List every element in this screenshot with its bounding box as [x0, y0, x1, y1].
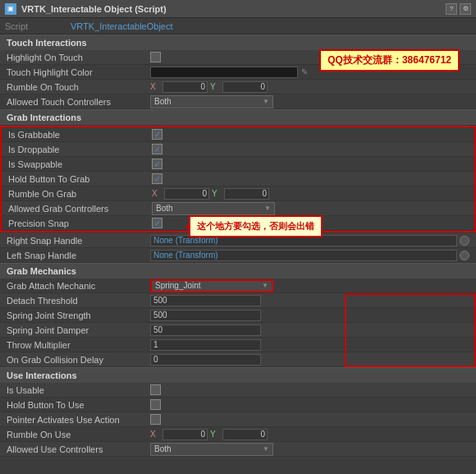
throw-multiplier-label: Throw Multiplier [7, 340, 150, 350]
highlight-on-touch-checkbox[interactable] [150, 52, 161, 62]
is-swappable-checkbox[interactable] [152, 159, 162, 169]
spring-joint-strength-input[interactable] [150, 310, 261, 321]
rumble-on-grab-row: Rumble On Grab X Y [2, 186, 474, 201]
rumble-on-touch-label: Rumble On Touch [7, 82, 150, 92]
throw-multiplier-input[interactable] [150, 339, 261, 351]
pencil-icon[interactable]: ✎ [301, 67, 308, 76]
rumble-use-x-input[interactable] [162, 429, 208, 440]
qq-tooltip: QQ技术交流群：386476712 [319, 49, 460, 71]
allowed-touch-controllers-value: Both [154, 97, 172, 106]
is-droppable-checkbox[interactable] [152, 144, 162, 154]
title-bar: ▣ VRTK_Interactable Object (Script) ? ⚙ [0, 0, 476, 18]
allowed-use-controllers-row: Allowed Use Controllers Both ▼ [0, 442, 476, 457]
rumble-grab-x-label: X [152, 189, 162, 198]
is-swappable-row: Is Swappable [2, 157, 474, 172]
is-grabbable-label: Is Grabbable [8, 130, 152, 140]
throw-multiplier-row: Throw Multiplier [0, 338, 476, 352]
dropdown-arrow: ▼ [263, 98, 269, 105]
right-snap-handle-label: Right Snap Handle [7, 236, 150, 246]
unity-inspector-window: ▣ VRTK_Interactable Object (Script) ? ⚙ … [0, 0, 476, 474]
touch-highlight-color-label: Touch Highlight Color [7, 67, 150, 77]
is-usable-row: Is Usable [0, 383, 476, 398]
allowed-grab-controllers-row: Allowed Grab Controllers Both ▼ [2, 201, 474, 216]
allowed-use-value: Both [154, 444, 172, 453]
rumble-grab-x-input[interactable] [164, 188, 209, 200]
rumble-touch-x-label: X [150, 82, 160, 91]
rumble-use-x-label: X [150, 430, 160, 439]
rumble-use-y-label: Y [210, 430, 220, 439]
allowed-touch-controllers-dropdown[interactable]: Both ▼ [150, 95, 273, 108]
spring-joint-damper-row: Spring Joint Damper [0, 323, 476, 338]
is-grabbable-checkbox[interactable] [152, 129, 162, 140]
detach-threshold-input[interactable] [150, 295, 261, 306]
touch-highlight-color-field[interactable] [150, 67, 298, 78]
left-snap-handle-input[interactable]: None (Transform) [150, 250, 457, 261]
allowed-use-controllers-dropdown[interactable]: Both ▼ [150, 443, 273, 456]
grab-interactions-header: Grab Interactions [0, 109, 476, 125]
is-swappable-label: Is Swappable [8, 159, 152, 169]
right-snap-handle-dot[interactable] [460, 236, 469, 246]
mechanics-values-group: Detach Threshold Spring Joint Strength S… [0, 293, 476, 367]
is-grabbable-row: Is Grabbable [2, 127, 474, 142]
rumble-on-use-label: Rumble On Use [7, 430, 150, 439]
script-row: Script VRTK_InteractableObject [0, 18, 476, 35]
on-grab-collision-label: On Grab Collision Delay [7, 355, 150, 365]
spring-joint-strength-label: Spring Joint Strength [7, 311, 150, 320]
script-value: VRTK_InteractableObject [71, 21, 173, 31]
allowed-touch-controllers-row: Allowed Touch Controllers Both ▼ [0, 94, 476, 109]
hold-button-use-checkbox[interactable] [150, 399, 161, 410]
left-snap-handle-dot[interactable] [460, 251, 469, 260]
grab-attach-mechanic-label: Grab Attach Mechanic [7, 281, 150, 291]
hold-button-grab-row: Hold Button To Grab [2, 172, 474, 186]
hold-button-use-row: Hold Button To Use [0, 398, 476, 412]
script-label: Script [5, 21, 71, 31]
hold-button-grab-label: Hold Button To Grab [8, 174, 152, 184]
use-interactions-header: Use Interactions [0, 367, 476, 383]
mechanic-dropdown-arrow: ▼ [262, 282, 268, 289]
on-grab-collision-input[interactable] [150, 354, 261, 366]
grab-attach-value: Spring_Joint [155, 281, 201, 290]
settings-button[interactable]: ⚙ [460, 3, 471, 15]
allowed-use-controllers-label: Allowed Use Controllers [7, 444, 150, 454]
rumble-touch-y-input[interactable] [222, 81, 268, 93]
touch-interactions-header: Touch Interactions [0, 35, 476, 50]
grab-dropdown-arrow: ▼ [264, 205, 271, 212]
rumble-use-y-input[interactable] [222, 429, 268, 440]
rumble-on-touch-row: Rumble On Touch X Y [0, 80, 476, 94]
highlight-on-touch-label: Highlight On Touch [7, 53, 150, 62]
allowed-grab-value: Both [156, 204, 173, 213]
use-dropdown-arrow: ▼ [263, 445, 269, 453]
help-button[interactable]: ? [446, 3, 457, 15]
pointer-activates-label: Pointer Activates Use Action [7, 415, 150, 425]
is-usable-checkbox[interactable] [150, 384, 161, 395]
precision-snap-label: Precision Snap [8, 219, 152, 228]
left-snap-handle-row: Left Snap Handle None (Transform) [0, 248, 476, 263]
detach-threshold-label: Detach Threshold [7, 296, 150, 306]
spring-joint-damper-label: Spring Joint Damper [7, 325, 150, 335]
precision-snap-checkbox[interactable] [152, 218, 162, 228]
rumble-grab-y-input[interactable] [224, 188, 269, 200]
window-title: VRTK_Interactable Object (Script) [21, 4, 446, 14]
pointer-activates-row: Pointer Activates Use Action [0, 412, 476, 427]
allowed-grab-controllers-dropdown[interactable]: Both ▼ [152, 202, 275, 215]
rumble-on-use-row: Rumble On Use X Y [0, 427, 476, 442]
left-snap-handle-label: Left Snap Handle [7, 251, 150, 260]
inspector-content[interactable]: Touch Interactions Highlight On Touch To… [0, 35, 476, 474]
rumble-on-grab-label: Rumble On Grab [8, 189, 152, 199]
hold-button-use-label: Hold Button To Use [7, 400, 150, 410]
detach-threshold-row: Detach Threshold [0, 293, 476, 308]
rumble-grab-y-label: Y [212, 189, 222, 198]
pointer-activates-checkbox[interactable] [150, 414, 161, 425]
is-droppable-label: Is Droppable [8, 145, 152, 154]
hold-button-grab-checkbox[interactable] [152, 173, 162, 184]
is-usable-label: Is Usable [7, 385, 150, 395]
is-droppable-row: Is Droppable [2, 142, 474, 157]
spring-joint-damper-input[interactable] [150, 324, 261, 336]
grab-attach-mechanic-dropdown[interactable]: Spring_Joint ▼ [150, 279, 273, 292]
spring-joint-strength-row: Spring Joint Strength [0, 308, 476, 323]
on-grab-collision-row: On Grab Collision Delay [0, 352, 476, 367]
script-icon: ▣ [5, 3, 16, 15]
allowed-touch-controllers-label: Allowed Touch Controllers [7, 97, 150, 107]
grab-mechanics-header: Grab Mechanics [0, 263, 476, 278]
rumble-touch-x-input[interactable] [162, 81, 208, 93]
